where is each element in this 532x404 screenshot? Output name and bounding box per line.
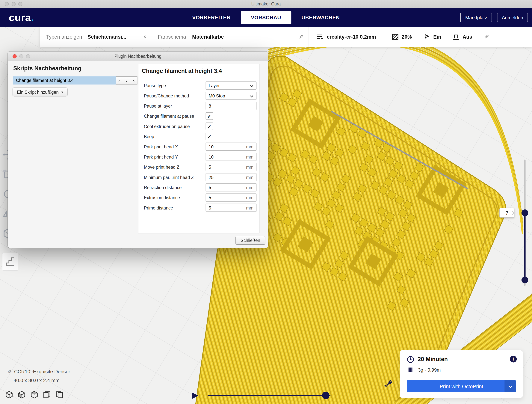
dialog-title: Plugin Nachbearbeitung xyxy=(8,54,268,59)
park-x-input[interactable]: mm xyxy=(206,143,257,151)
field-label: Retraction distance xyxy=(144,185,206,190)
color-scheme-value: Materialfarbe xyxy=(192,34,224,40)
model-dimensions: 40.0 x 80.0 x 2.4 mm xyxy=(7,378,70,383)
extrusion-distance-input[interactable]: mm xyxy=(206,193,257,201)
view-right-icon[interactable] xyxy=(55,390,64,399)
timeline-handle[interactable] xyxy=(322,392,329,399)
field-row: Beep ✓ xyxy=(139,131,259,141)
view-top-icon[interactable] xyxy=(30,390,38,399)
view-type-value: Schichtenansi... xyxy=(88,34,126,40)
print-with-octoprint-button[interactable]: Print with OctoPrint xyxy=(407,380,516,392)
move-script-up-button[interactable]: ∧ xyxy=(116,77,123,84)
min-park-z-input[interactable]: mm xyxy=(206,173,257,181)
layer-slider-lower-handle[interactable] xyxy=(521,276,528,283)
field-row: Cool extruder on pause ✓ xyxy=(139,121,259,131)
remove-script-button[interactable]: × xyxy=(130,77,138,84)
close-dialog-button[interactable]: Schließen xyxy=(235,236,265,245)
field-row: Extrusion distance mm xyxy=(139,192,259,203)
script-list-item: Change filament at height 3.4 ∧ ∨ × xyxy=(13,77,138,84)
info-icon[interactable]: i xyxy=(510,356,517,362)
field-label: Prime distance xyxy=(144,205,206,210)
change-filament-checkbox[interactable]: ✓ xyxy=(206,112,213,120)
beep-checkbox[interactable]: ✓ xyxy=(206,133,213,140)
layer-slider-upper-handle[interactable] xyxy=(521,210,528,216)
edit-print-settings-icon[interactable]: ✎ xyxy=(482,34,490,39)
tab-preview[interactable]: VORSCHAU xyxy=(241,11,291,24)
check-icon: ✓ xyxy=(207,114,211,119)
chevron-down-icon xyxy=(250,94,253,97)
edit-pencil-icon[interactable]: ✎ xyxy=(297,34,304,39)
print-settings-section[interactable]: creality-cr-10 0.2mm 20% Ein Aus xyxy=(308,27,532,47)
tab-prepare[interactable]: VORBEREITEN xyxy=(182,11,241,24)
field-label: Change filament at pause xyxy=(144,114,206,119)
field-row: Park print head X mm xyxy=(139,141,259,152)
view-type-label: Typen anzeigen xyxy=(46,34,82,40)
layer-number-bubble: 7 xyxy=(499,208,514,218)
view-left-icon[interactable] xyxy=(42,390,51,399)
view-3d-icon[interactable] xyxy=(5,390,13,399)
view-options xyxy=(5,390,64,399)
layer-slider[interactable]: 7 xyxy=(521,160,529,289)
field-row: Prime distance mm xyxy=(139,203,259,213)
move-script-down-button[interactable]: ∨ xyxy=(123,77,130,84)
field-label: Pause type xyxy=(144,83,206,88)
support-icon xyxy=(424,33,430,40)
prime-distance-input[interactable]: mm xyxy=(206,204,257,212)
field-label: Beep xyxy=(144,134,206,139)
pause-type-select[interactable]: Layer xyxy=(206,82,257,90)
cool-extruder-checkbox[interactable]: ✓ xyxy=(206,122,213,130)
field-label: Pause at layer xyxy=(144,103,206,109)
marketplace-button[interactable]: Marktplatz xyxy=(461,13,492,22)
add-script-button[interactable]: Ein Skript hinzufügen ▾ xyxy=(13,88,67,96)
dialog-titlebar[interactable]: Plugin Nachbearbeitung xyxy=(8,51,268,61)
field-row: Pause at layer xyxy=(139,101,259,111)
scripts-heading: Skripts Nachbearbeitung xyxy=(13,65,82,72)
tab-monitor[interactable]: ÜBERWACHEN xyxy=(291,11,350,24)
support-blocker-tool[interactable] xyxy=(2,253,18,270)
view-front-icon[interactable] xyxy=(17,390,26,399)
chevron-down-icon xyxy=(508,384,513,388)
field-label: Park print head Y xyxy=(144,154,206,159)
field-row: Pause/Change method M0 Stop xyxy=(139,91,259,101)
color-scheme-label: Farbschema xyxy=(158,34,186,40)
filament-icon xyxy=(407,367,414,373)
arrow-down-icon: ∨ xyxy=(125,78,128,83)
clock-icon xyxy=(407,356,414,363)
field-row: Move print head Z mm xyxy=(139,162,259,172)
sign-in-button[interactable]: Anmelden xyxy=(497,13,528,22)
field-label: Extrusion distance xyxy=(144,195,206,200)
field-label: Pause/Change method xyxy=(144,93,206,98)
adhesion-value: Aus xyxy=(462,34,472,40)
collapse-panel-icon[interactable]: < xyxy=(144,34,146,40)
play-icon[interactable]: ▶ xyxy=(192,390,198,400)
layer-slider-range xyxy=(524,213,526,280)
chevron-down-icon: ▾ xyxy=(61,90,63,94)
app-header: cura. VORBEREITEN VORSCHAU ÜBERWACHEN Ma… xyxy=(0,8,532,27)
support-value: Ein xyxy=(433,34,441,40)
check-icon: ✓ xyxy=(207,124,211,129)
pause-method-select[interactable]: M0 Stop xyxy=(206,92,257,100)
pause-at-layer-input[interactable] xyxy=(206,102,257,110)
close-icon: × xyxy=(133,78,135,83)
move-z-input[interactable]: mm xyxy=(206,163,257,171)
color-scheme-section[interactable]: Farbschema Materialfarbe ✎ xyxy=(153,27,308,47)
settings-heading: Change filament at height 3.4 xyxy=(139,64,259,75)
selected-script[interactable]: Change filament at height 3.4 xyxy=(13,77,116,84)
field-label: Move print head Z xyxy=(144,165,206,170)
print-time: 20 Minuten xyxy=(418,356,448,363)
window-title: Ultimaker Cura xyxy=(0,1,532,6)
chevron-down-icon xyxy=(250,84,253,87)
timeline-track[interactable] xyxy=(208,395,330,396)
rename-pencil-icon[interactable]: ✎ xyxy=(6,370,12,374)
main-stage-tabs: VORBEREITEN VORSCHAU ÜBERWACHEN xyxy=(182,11,350,24)
park-y-input[interactable]: mm xyxy=(206,153,257,161)
model-info: ✎ CCR10_Exquisite Densor 40.0 x 80.0 x 2… xyxy=(7,369,70,383)
view-type-section[interactable]: Typen anzeigen Schichtenansi... < xyxy=(40,34,153,40)
retraction-distance-input[interactable]: mm xyxy=(206,183,257,191)
post-processing-dialog: Plugin Nachbearbeitung Skripts Nachbearb… xyxy=(8,51,268,248)
print-info-card: 20 Minuten i 3g · 0.99m Print with OctoP… xyxy=(400,350,523,398)
tools-wrench-icon[interactable] xyxy=(383,378,393,389)
field-row: Retraction distance mm xyxy=(139,182,259,192)
field-row: Minimum par...rint head Z mm xyxy=(139,172,259,182)
print-options-dropdown[interactable] xyxy=(505,380,516,392)
